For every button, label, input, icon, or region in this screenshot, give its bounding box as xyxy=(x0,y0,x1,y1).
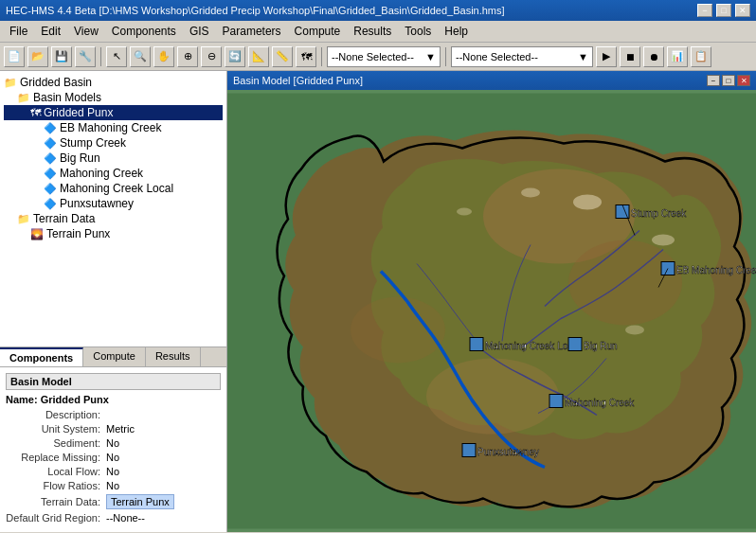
tree-gridded-punx[interactable]: 🗺 Gridded Punx xyxy=(4,105,223,120)
menu-edit[interactable]: Edit xyxy=(35,23,66,40)
svg-point-9 xyxy=(652,235,675,246)
tab-components[interactable]: Components xyxy=(0,347,83,366)
svg-point-7 xyxy=(351,297,445,364)
tb-btn7[interactable]: 🔄 xyxy=(225,46,245,67)
map-maximize-button[interactable]: □ xyxy=(722,75,735,86)
properties-section-header: Basin Model xyxy=(6,373,221,390)
menu-gis[interactable]: GIS xyxy=(184,23,215,40)
prop-description-label: Description: xyxy=(6,409,100,420)
tree-mahoning-local-label: Mahoning Creek Local xyxy=(60,182,173,195)
tree-punxsutawney-label: Punxsutawney xyxy=(60,197,134,210)
dropdown-2[interactable]: --None Selected-- ▼ xyxy=(451,46,593,67)
zoom-btn[interactable]: 🔍 xyxy=(130,46,151,67)
tree-terrain-data[interactable]: 📁 Terrain Data xyxy=(4,211,223,226)
new-button[interactable]: 📄 xyxy=(4,46,25,67)
tree-root-label: Gridded Basin xyxy=(20,76,92,89)
tb-btn13[interactable]: ⏺ xyxy=(643,46,664,67)
tree-punxsutawney[interactable]: 🔷 Punxsutawney xyxy=(4,196,223,211)
properties-section-label: Basin Model xyxy=(10,376,72,387)
terrain-punx-icon: 🌄 xyxy=(30,228,44,240)
menu-view[interactable]: View xyxy=(68,23,104,40)
main-layout: 📁 Gridded Basin 📁 Basin Models 🗺 Gridded… xyxy=(0,71,756,532)
prop-replace-missing-value: No xyxy=(106,452,119,463)
tree-area: 📁 Gridded Basin 📁 Basin Models 🗺 Gridded… xyxy=(0,71,226,347)
properties-title: Name: Gridded Punx xyxy=(6,394,221,405)
dropdown-1-arrow: ▼ xyxy=(425,51,436,62)
gridded-punx-icon: 🗺 xyxy=(30,107,41,118)
tree-mahoning-local[interactable]: 🔷 Mahoning Creek Local xyxy=(4,181,223,196)
menu-bar: File Edit View Components GIS Parameters… xyxy=(0,21,756,43)
select-btn[interactable]: ↖ xyxy=(106,46,127,67)
terrain-map: Stump Creek EB Mahoning Creek Mahoning C… xyxy=(278,130,756,510)
map-minimize-button[interactable]: − xyxy=(707,75,720,86)
tb-btn12[interactable]: ⏹ xyxy=(620,46,640,67)
label-eb-mahoning: EB Mahoning Creek xyxy=(676,265,756,275)
map-panel: Basin Model [Gridded Punx] − □ ✕ xyxy=(227,71,756,532)
prop-terrain-data: Terrain Data: Terrain Punx xyxy=(6,494,221,509)
svg-point-8 xyxy=(573,195,602,210)
prop-flow-ratios: Flow Ratios: No xyxy=(6,480,221,491)
tab-results[interactable]: Results xyxy=(146,347,201,366)
prop-local-flow-label: Local Flow: xyxy=(6,466,100,477)
mahoning-creek-icon: 🔷 xyxy=(44,168,57,180)
punxsutawney-icon: 🔷 xyxy=(44,198,57,210)
tb-btn6[interactable]: ⊖ xyxy=(201,46,222,67)
maximize-button[interactable]: □ xyxy=(716,4,731,17)
open-button[interactable]: 📂 xyxy=(27,46,48,67)
menu-tools[interactable]: Tools xyxy=(399,23,437,40)
svg-point-10 xyxy=(521,188,540,198)
eb-mahoning-icon: 🔷 xyxy=(44,122,57,134)
prop-terrain-data-label: Terrain Data: xyxy=(6,496,100,507)
menu-compute[interactable]: Compute xyxy=(289,23,347,40)
separator-2 xyxy=(321,47,322,66)
tb-btn8[interactable]: 📐 xyxy=(248,46,269,67)
tb-btn10[interactable]: 🗺 xyxy=(296,46,316,67)
mahoning-local-icon: 🔷 xyxy=(44,183,57,195)
toolbar: 📄 📂 💾 🔧 ↖ 🔍 ✋ ⊕ ⊖ 🔄 📐 📏 🗺 --None Selecte… xyxy=(0,43,756,71)
tb-btn4[interactable]: 🔧 xyxy=(75,46,96,67)
map-container[interactable]: Stump Creek EB Mahoning Creek Mahoning C… xyxy=(227,90,756,532)
map-close-button[interactable]: ✕ xyxy=(737,75,750,86)
svg-point-11 xyxy=(457,208,472,216)
svg-rect-16 xyxy=(568,338,582,351)
tab-compute[interactable]: Compute xyxy=(83,347,146,366)
tree-big-run[interactable]: 🔷 Big Run xyxy=(4,151,223,166)
minimize-button[interactable]: − xyxy=(697,4,712,17)
tree-big-run-label: Big Run xyxy=(60,151,100,165)
prop-flow-ratios-value: No xyxy=(106,480,119,491)
tree-terrain-punx-label: Terrain Punx xyxy=(46,227,110,240)
dropdown-1-text: --None Selected-- xyxy=(332,51,414,62)
svg-point-6 xyxy=(426,359,559,435)
menu-components[interactable]: Components xyxy=(106,23,182,40)
close-button[interactable]: ✕ xyxy=(735,4,750,17)
menu-help[interactable]: Help xyxy=(439,23,474,40)
tb-btn15[interactable]: 📋 xyxy=(691,46,711,67)
tree-mahoning-creek[interactable]: 🔷 Mahoning Creek xyxy=(4,166,223,181)
tb-btn5[interactable]: ⊕ xyxy=(177,46,198,67)
pan-btn[interactable]: ✋ xyxy=(153,46,174,67)
dropdown-1[interactable]: --None Selected-- ▼ xyxy=(327,46,441,67)
prop-replace-missing: Replace Missing: No xyxy=(6,452,221,463)
label-mahoning-local: Mahoning Creek Local xyxy=(485,341,580,351)
tree-root-item[interactable]: 📁 Gridded Basin xyxy=(4,75,223,90)
tree-terrain-punx[interactable]: 🌄 Terrain Punx xyxy=(4,226,223,241)
root-folder-icon: 📁 xyxy=(4,77,17,89)
menu-results[interactable]: Results xyxy=(348,23,397,40)
tree-stump-creek-label: Stump Creek xyxy=(60,136,126,150)
tree-basin-models-label: Basin Models xyxy=(33,91,101,104)
tree-basin-models[interactable]: 📁 Basin Models xyxy=(4,90,223,105)
tree-eb-mahoning[interactable]: 🔷 EB Mahoning Creek xyxy=(4,120,223,135)
tb-btn9[interactable]: 📏 xyxy=(272,46,293,67)
map-window-bar: Basin Model [Gridded Punx] − □ ✕ xyxy=(227,71,756,90)
save-button[interactable]: 💾 xyxy=(51,46,72,67)
tree-root: 📁 Gridded Basin 📁 Basin Models 🗺 Gridded… xyxy=(4,75,223,241)
menu-parameters[interactable]: Parameters xyxy=(217,23,287,40)
tb-btn11[interactable]: ▶ xyxy=(596,46,617,67)
prop-sediment-label: Sediment: xyxy=(6,437,100,449)
tb-btn14[interactable]: 📊 xyxy=(667,46,688,67)
prop-unit-system-label: Unit System: xyxy=(6,423,100,435)
prop-local-flow-value: No xyxy=(106,466,119,477)
menu-file[interactable]: File xyxy=(4,23,33,40)
tree-stump-creek[interactable]: 🔷 Stump Creek xyxy=(4,135,223,151)
big-run-icon: 🔷 xyxy=(44,152,57,165)
